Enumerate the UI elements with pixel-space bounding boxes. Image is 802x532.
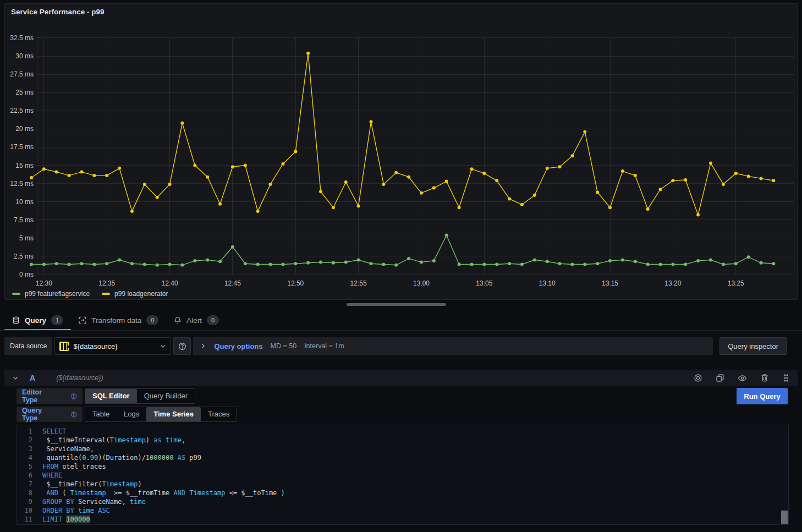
data-point-p99-featureflagservice[interactable] bbox=[458, 263, 461, 266]
data-point-p99-featureflagservice[interactable] bbox=[482, 263, 486, 266]
data-point-p99-featureflagservice[interactable] bbox=[218, 260, 222, 263]
data-point-p99-loadgenerator[interactable] bbox=[80, 170, 84, 173]
data-point-p99-loadgenerator[interactable] bbox=[306, 52, 310, 55]
data-point-p99-featureflagservice[interactable] bbox=[533, 259, 536, 262]
data-point-p99-loadgenerator[interactable] bbox=[118, 167, 121, 170]
data-point-p99-loadgenerator[interactable] bbox=[684, 178, 687, 182]
data-point-p99-featureflagservice[interactable] bbox=[206, 259, 209, 262]
data-point-p99-loadgenerator[interactable] bbox=[722, 183, 725, 186]
data-point-p99-loadgenerator[interactable] bbox=[583, 130, 586, 134]
trash-icon[interactable] bbox=[760, 374, 769, 382]
data-point-p99-featureflagservice[interactable] bbox=[407, 257, 410, 260]
data-point-p99-featureflagservice[interactable] bbox=[583, 263, 586, 266]
data-point-p99-featureflagservice[interactable] bbox=[508, 262, 511, 265]
eye-icon[interactable] bbox=[738, 374, 747, 383]
query-type-option-traces[interactable]: Traces bbox=[201, 407, 237, 421]
data-point-p99-featureflagservice[interactable] bbox=[256, 263, 260, 266]
data-point-p99-featureflagservice[interactable] bbox=[294, 262, 297, 265]
code-line-6[interactable]: 6WHERE bbox=[17, 471, 788, 480]
legend-item-featureflagservice[interactable]: p99 featureflagservice bbox=[12, 290, 90, 298]
data-point-p99-featureflagservice[interactable] bbox=[734, 262, 738, 265]
data-point-p99-loadgenerator[interactable] bbox=[671, 179, 674, 182]
code-line-2[interactable]: 2 $__timeInterval(Timestamp) as time, bbox=[17, 436, 788, 445]
data-point-p99-loadgenerator[interactable] bbox=[508, 197, 511, 200]
data-point-p99-loadgenerator[interactable] bbox=[30, 176, 33, 179]
data-point-p99-loadgenerator[interactable] bbox=[760, 177, 763, 180]
data-point-p99-featureflagservice[interactable] bbox=[193, 259, 196, 262]
record-icon[interactable] bbox=[694, 374, 702, 382]
data-point-p99-loadgenerator[interactable] bbox=[495, 179, 498, 182]
data-point-p99-featureflagservice[interactable] bbox=[92, 263, 96, 266]
query-inspector-button[interactable]: Query inspector bbox=[719, 337, 787, 355]
data-point-p99-featureflagservice[interactable] bbox=[696, 259, 700, 262]
data-point-p99-featureflagservice[interactable] bbox=[130, 262, 134, 265]
data-point-p99-featureflagservice[interactable] bbox=[180, 264, 184, 267]
data-point-p99-loadgenerator[interactable] bbox=[105, 174, 108, 177]
data-point-p99-featureflagservice[interactable] bbox=[306, 261, 310, 265]
data-point-p99-featureflagservice[interactable] bbox=[621, 259, 624, 262]
data-point-p99-loadgenerator[interactable] bbox=[294, 150, 297, 153]
data-point-p99-loadgenerator[interactable] bbox=[370, 120, 373, 123]
data-point-p99-loadgenerator[interactable] bbox=[68, 174, 71, 177]
data-point-p99-loadgenerator[interactable] bbox=[180, 122, 184, 125]
data-point-p99-loadgenerator[interactable] bbox=[130, 210, 134, 213]
data-point-p99-loadgenerator[interactable] bbox=[482, 172, 486, 175]
datasource-help-button[interactable] bbox=[173, 337, 191, 355]
code-line-5[interactable]: 5FROM otel_traces bbox=[17, 462, 788, 471]
data-point-p99-featureflagservice[interactable] bbox=[244, 262, 247, 265]
data-point-p99-loadgenerator[interactable] bbox=[394, 171, 398, 174]
data-point-p99-featureflagservice[interactable] bbox=[370, 262, 373, 265]
data-point-p99-loadgenerator[interactable] bbox=[407, 175, 410, 179]
data-point-p99-featureflagservice[interactable] bbox=[394, 264, 398, 267]
editor-scrollbar-thumb[interactable] bbox=[781, 511, 788, 524]
code-line-11[interactable]: 11LIMIT 100000 bbox=[17, 515, 788, 524]
data-point-p99-loadgenerator[interactable] bbox=[42, 167, 46, 171]
query-type-option-time-series[interactable]: Time Series bbox=[146, 407, 201, 421]
code-line-7[interactable]: 7 $__timeFilter(Timestamp) bbox=[17, 480, 788, 489]
data-point-p99-loadgenerator[interactable] bbox=[206, 175, 209, 179]
drag-handle-icon[interactable] bbox=[782, 374, 790, 382]
data-point-p99-featureflagservice[interactable] bbox=[382, 263, 385, 266]
data-point-p99-loadgenerator[interactable] bbox=[520, 203, 524, 206]
data-point-p99-featureflagservice[interactable] bbox=[269, 263, 272, 266]
data-point-p99-loadgenerator[interactable] bbox=[344, 180, 348, 184]
info-icon[interactable] bbox=[70, 393, 77, 400]
data-point-p99-featureflagservice[interactable] bbox=[105, 262, 108, 265]
data-point-p99-loadgenerator[interactable] bbox=[596, 191, 599, 194]
data-point-p99-featureflagservice[interactable] bbox=[357, 259, 360, 262]
data-point-p99-loadgenerator[interactable] bbox=[747, 174, 750, 178]
data-point-p99-featureflagservice[interactable] bbox=[772, 262, 775, 265]
data-point-p99-loadgenerator[interactable] bbox=[709, 162, 712, 165]
run-query-button[interactable]: Run Query bbox=[737, 388, 788, 404]
data-point-p99-loadgenerator[interactable] bbox=[608, 206, 612, 209]
data-point-p99-loadgenerator[interactable] bbox=[244, 164, 247, 167]
copy-icon[interactable] bbox=[716, 374, 724, 382]
data-point-p99-loadgenerator[interactable] bbox=[533, 194, 536, 197]
info-icon[interactable] bbox=[70, 411, 77, 418]
data-point-p99-featureflagservice[interactable] bbox=[570, 263, 574, 266]
data-point-p99-featureflagservice[interactable] bbox=[659, 263, 662, 266]
data-point-p99-featureflagservice[interactable] bbox=[470, 263, 474, 266]
data-point-p99-featureflagservice[interactable] bbox=[646, 263, 650, 266]
data-point-p99-loadgenerator[interactable] bbox=[772, 179, 775, 182]
data-point-p99-loadgenerator[interactable] bbox=[621, 169, 624, 173]
timeseries-chart[interactable]: 0 ms2.5 ms5 ms7.5 ms10 ms12.5 ms15 ms17.… bbox=[5, 20, 797, 295]
data-point-p99-featureflagservice[interactable] bbox=[445, 234, 448, 237]
legend-item-loadgenerator[interactable]: p99 loadgenerator bbox=[102, 290, 168, 298]
data-point-p99-featureflagservice[interactable] bbox=[281, 263, 284, 266]
data-point-p99-loadgenerator[interactable] bbox=[445, 180, 448, 183]
query-type-option-table[interactable]: Table bbox=[85, 407, 117, 421]
data-point-p99-featureflagservice[interactable] bbox=[432, 259, 436, 262]
data-point-p99-loadgenerator[interactable] bbox=[92, 174, 96, 177]
data-point-p99-featureflagservice[interactable] bbox=[608, 259, 612, 262]
horizontal-scrollbar-thumb[interactable] bbox=[347, 303, 446, 306]
data-point-p99-featureflagservice[interactable] bbox=[709, 259, 712, 262]
data-point-p99-featureflagservice[interactable] bbox=[760, 261, 763, 265]
data-point-p99-featureflagservice[interactable] bbox=[495, 263, 498, 266]
query-row-header[interactable]: A (${datasource}) bbox=[4, 370, 798, 386]
data-point-p99-featureflagservice[interactable] bbox=[420, 261, 423, 264]
data-point-p99-loadgenerator[interactable] bbox=[332, 206, 335, 209]
data-point-p99-loadgenerator[interactable] bbox=[696, 213, 700, 217]
data-point-p99-loadgenerator[interactable] bbox=[470, 167, 474, 171]
sql-code-editor[interactable]: 1SELECT2 $__timeInterval(Timestamp) as t… bbox=[17, 425, 789, 525]
